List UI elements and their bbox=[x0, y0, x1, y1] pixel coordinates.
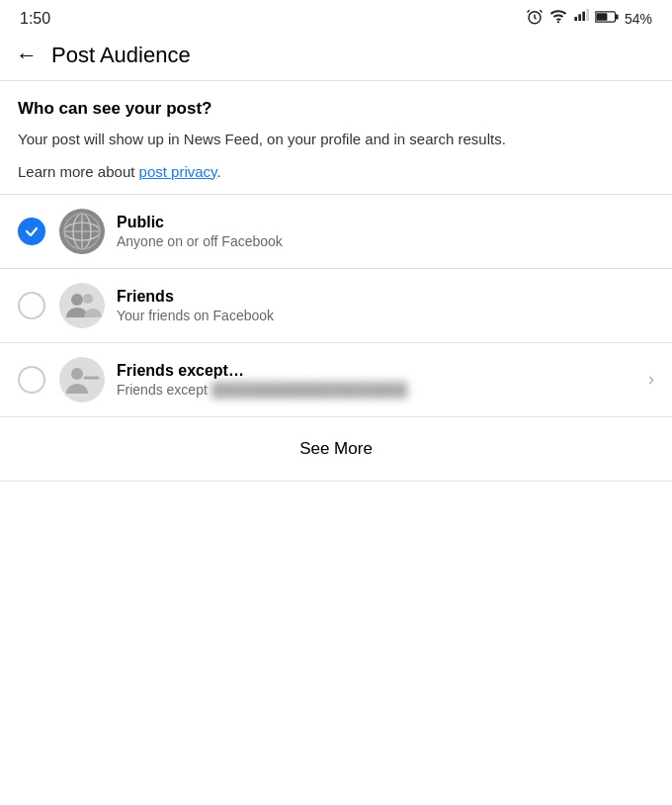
option-public[interactable]: Public Anyone on or off Facebook bbox=[0, 195, 672, 269]
svg-point-1 bbox=[557, 21, 559, 23]
radio-friends bbox=[18, 292, 45, 319]
wifi-icon bbox=[549, 8, 567, 29]
public-text: Public Anyone on or off Facebook bbox=[117, 214, 654, 249]
description-text: Your post will show up in News Feed, on … bbox=[18, 129, 654, 151]
post-privacy-link[interactable]: post privacy bbox=[139, 163, 217, 180]
friends-title: Friends bbox=[117, 288, 654, 306]
friends-except-text: Friends except… Friends except █████████… bbox=[117, 362, 640, 398]
radio-public-selected bbox=[18, 218, 45, 245]
svg-point-17 bbox=[71, 368, 83, 380]
learn-more-prefix: Learn more about bbox=[18, 163, 139, 180]
alarm-icon bbox=[526, 8, 544, 29]
description-section: Who can see your post? Your post will sh… bbox=[0, 81, 672, 195]
svg-point-15 bbox=[71, 294, 83, 306]
friends-text: Friends Your friends on Facebook bbox=[117, 288, 654, 323]
battery-icon bbox=[595, 10, 619, 27]
page-title: Post Audience bbox=[51, 43, 191, 68]
who-can-title: Who can see your post? bbox=[18, 99, 654, 119]
option-friends[interactable]: Friends Your friends on Facebook bbox=[0, 269, 672, 343]
see-more-button[interactable]: See More bbox=[0, 417, 672, 482]
radio-friends-except bbox=[18, 366, 45, 394]
status-icons: 54% bbox=[526, 8, 652, 29]
svg-marker-4 bbox=[582, 12, 585, 21]
svg-marker-2 bbox=[574, 17, 577, 21]
friends-except-blurred: ████████████████████ bbox=[211, 382, 407, 398]
option-friends-except[interactable]: Friends except… Friends except █████████… bbox=[0, 343, 672, 417]
status-time: 1:50 bbox=[20, 10, 50, 28]
friends-except-icon bbox=[59, 357, 105, 402]
svg-point-16 bbox=[83, 294, 93, 304]
signal-icon bbox=[573, 8, 589, 29]
friends-except-subtitle-text: Friends except bbox=[117, 382, 208, 398]
header: ← Post Audience bbox=[0, 33, 672, 81]
svg-marker-3 bbox=[578, 14, 581, 21]
back-button[interactable]: ← bbox=[16, 43, 38, 68]
friends-except-title: Friends except… bbox=[117, 362, 640, 380]
friends-icon bbox=[59, 283, 105, 328]
public-icon bbox=[59, 209, 105, 254]
status-bar: 1:50 bbox=[0, 0, 672, 33]
friends-except-subtitle: Friends except ████████████████████ bbox=[117, 382, 640, 398]
public-subtitle: Anyone on or off Facebook bbox=[117, 233, 654, 249]
svg-rect-8 bbox=[616, 14, 619, 19]
svg-marker-5 bbox=[586, 9, 589, 21]
learn-more-suffix: . bbox=[217, 163, 221, 180]
public-title: Public bbox=[117, 214, 654, 231]
battery-percent: 54% bbox=[625, 11, 652, 27]
svg-rect-7 bbox=[596, 13, 607, 21]
options-list: Public Anyone on or off Facebook Friends… bbox=[0, 195, 672, 417]
see-more-label: See More bbox=[299, 439, 373, 459]
learn-more-text: Learn more about post privacy. bbox=[18, 163, 654, 180]
friends-subtitle: Your friends on Facebook bbox=[117, 308, 654, 323]
chevron-right-icon: › bbox=[648, 369, 654, 390]
